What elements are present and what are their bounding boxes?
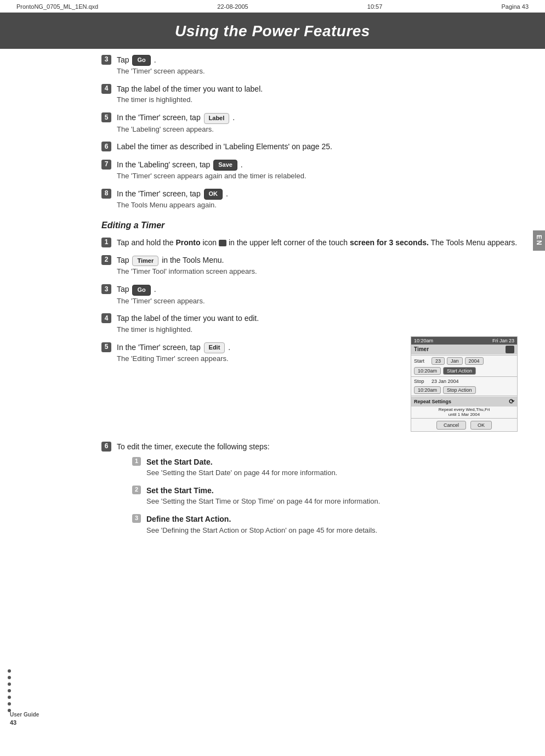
step-7a-sub: The 'Timer' screen appears again and the… [117, 171, 518, 182]
sub-step-3-main: Define the Start Action. [146, 515, 231, 523]
ts-div-3 [411, 396, 517, 396]
step-6a-content: Label the timer as described in 'Labelin… [117, 141, 518, 152]
step-4a-text: Tap the label of the timer you want to l… [117, 83, 518, 94]
ts-stop-time-row: 10:20am Stop Action [411, 385, 517, 395]
ts-start-action-btn[interactable]: Start Action [443, 367, 476, 375]
step-2b: 2 Tap Timer in the Tools Menu. The 'Time… [101, 255, 518, 277]
timer-screenshot: 10:20am Fri Jan 23 Timer Start 23 Jan 20… [411, 336, 518, 432]
ts-repeat-text: Repeat every Wed,Thu,Fri [414, 407, 514, 412]
time: 10:57 [367, 3, 383, 10]
step-5b-text2: . [228, 343, 230, 352]
sub-step-3: 3 Define the Start Action. See 'Defining… [132, 514, 518, 535]
page-ref: Pagina 43 [501, 3, 529, 10]
ts-cancel-btn[interactable]: Cancel [436, 421, 466, 430]
ts-repeat-bar: Repeat Settings ⟳ [411, 397, 517, 407]
step-5a-text: In the 'Timer' screen, tap [117, 113, 203, 122]
ts-timer-icon [506, 346, 514, 353]
step-5b: 5 In the 'Timer' screen, tap Edit . The … [101, 342, 400, 364]
step-8a-text2: . [226, 189, 228, 198]
step-1b-text2: in the upper left corner of the touch sc… [229, 238, 517, 247]
user-guide-label: User Guide [10, 712, 39, 718]
page-header: Using the Power Features [0, 13, 545, 49]
step-5b-content: In the 'Timer' screen, tap Edit . The 'E… [117, 342, 400, 364]
step-num-4b: 4 [101, 313, 111, 323]
sub-step-2: 2 Set the Start Time. See 'Setting the S… [132, 485, 518, 507]
label-button[interactable]: Label [204, 113, 230, 124]
ts-timer-header: Timer [411, 345, 517, 354]
step-num-5a: 5 [101, 112, 111, 122]
left-dots-decoration [8, 669, 11, 712]
sub-step-3-content: Define the Start Action. See 'Defining t… [146, 514, 518, 535]
ts-start-day[interactable]: 23 [432, 357, 445, 365]
ts-start-month[interactable]: Jan [447, 357, 463, 365]
step-num-3a: 3 [101, 55, 111, 65]
ts-stop-time[interactable]: 10:20am [414, 386, 441, 394]
edit-button[interactable]: Edit [204, 342, 225, 353]
step-7a-text: In the 'Labeling' screen, tap [117, 160, 212, 169]
step-3b-content: Tap Go . The 'Timer' screen appears. [117, 284, 518, 306]
step-3a: 3 Tap Go . The 'Timer' screen appears. [101, 54, 518, 77]
step-1b-content: Tap and hold the Pronto icon in the uppe… [117, 237, 518, 248]
step-5b-text: In the 'Timer' screen, tap [117, 343, 203, 352]
step-num-5b: 5 [101, 342, 111, 352]
step-7a: 7 In the 'Labeling' screen, tap Save . T… [101, 159, 518, 182]
ts-stop-action-btn[interactable]: Stop Action [443, 386, 476, 394]
step-5b-container: 10:20am Fri Jan 23 Timer Start 23 Jan 20… [101, 342, 518, 549]
dot-6 [8, 702, 11, 706]
step-1b: 1 Tap and hold the Pronto icon in the up… [101, 237, 518, 248]
step-6b: 6 To edit the timer, execute the followi… [101, 441, 518, 543]
ts-repeat-label: Repeat Settings [414, 399, 451, 404]
step-8a: 8 In the 'Timer' screen, tap OK . The To… [101, 188, 518, 211]
step-num-6a: 6 [101, 142, 111, 151]
step-8a-text: In the 'Timer' screen, tap [117, 189, 203, 198]
step-3a-text: Tap [117, 55, 131, 64]
step-4a-sub: The timer is highlighted. [117, 95, 518, 105]
step-5b-sub: The 'Editing Timer' screen appears. [117, 354, 400, 364]
ts-start-time-row: 10:20am Start Action [411, 366, 517, 376]
ts-repeat-info: Repeat every Wed,Thu,Fri until 1 Mar 200… [411, 407, 517, 418]
go-button-1[interactable]: Go [132, 55, 150, 66]
dot-3 [8, 682, 11, 686]
step-3b-sub: The 'Timer' screen appears. [117, 296, 518, 307]
ts-timer-label: Timer [414, 346, 429, 352]
step-4a-content: Tap the label of the timer you want to l… [117, 83, 518, 105]
go-button-2[interactable]: Go [132, 285, 150, 296]
step-5a-content: In the 'Timer' screen, tap Label . The '… [117, 112, 518, 134]
ts-repeat-until: until 1 Mar 2004 [414, 412, 514, 417]
step-5a-text2: . [232, 113, 235, 122]
step-8a-sub: The Tools Menu appears again. [117, 200, 518, 211]
step-3b: 3 Tap Go . The 'Timer' screen appears. [101, 284, 518, 306]
ts-start-year[interactable]: 2004 [465, 357, 484, 365]
sub-step-num-2: 2 [132, 486, 141, 494]
sub-step-num-1: 1 [132, 457, 141, 466]
step-4b: 4 Tap the label of the timer you want to… [101, 313, 518, 335]
ts-start-time[interactable]: 10:20am [414, 367, 441, 375]
ts-stop-label: Stop [414, 379, 429, 384]
step-3a-content: Tap Go . The 'Timer' screen appears. [117, 54, 518, 77]
step-7a-content: In the 'Labeling' screen, tap Save . The… [117, 159, 518, 182]
step-8a-content: In the 'Timer' screen, tap OK . The Tool… [117, 188, 518, 211]
step-4b-content: Tap the label of the timer you want to e… [117, 313, 518, 335]
step-6b-text: To edit the timer, execute the following… [117, 441, 518, 452]
sub-step-1-main: Set the Start Date. [146, 458, 213, 466]
step-4b-text: Tap the label of the timer you want to e… [117, 313, 518, 324]
step-2b-sub: The 'Timer Tool' information screen appe… [117, 267, 518, 277]
save-button[interactable]: Save [213, 160, 237, 171]
top-bar: ProntoNG_0705_ML_1EN.qxd 22-08-2005 10:5… [0, 0, 545, 13]
ts-div-1 [411, 355, 517, 356]
sub-step-num-3: 3 [132, 514, 141, 523]
sub-step-1: 1 Set the Start Date. See 'Setting the S… [132, 456, 518, 478]
timer-button[interactable]: Timer [132, 256, 158, 267]
ts-bottom-buttons: Cancel OK [411, 419, 517, 431]
ok-button-1[interactable]: OK [204, 189, 223, 200]
ts-time: 10:20am [414, 338, 433, 343]
sub-step-2-sub: See 'Setting the Start Time or Stop Time… [146, 497, 518, 507]
sub-step-2-content: Set the Start Time. See 'Setting the Sta… [146, 485, 518, 507]
step-7a-text2: . [241, 160, 243, 169]
dot-1 [8, 669, 11, 673]
ts-ok-btn[interactable]: OK [470, 421, 492, 430]
step-6a-text: Label the timer as described in 'Labelin… [117, 141, 518, 152]
filename: ProntoNG_0705_ML_1EN.qxd [16, 3, 98, 10]
sub-steps: 1 Set the Start Date. See 'Setting the S… [132, 456, 518, 535]
step-3a-text2: . [154, 55, 156, 64]
